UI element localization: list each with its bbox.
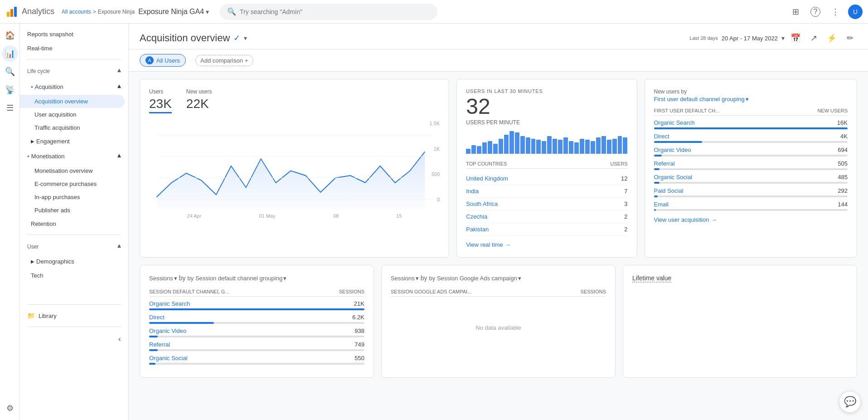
nav-monetisation-header[interactable]: ● Monetisation ▾ xyxy=(20,148,128,164)
new-users-organic-social-link[interactable]: Organic Social xyxy=(654,174,693,181)
new-users-direct-link[interactable]: Direct xyxy=(654,133,669,140)
nav-ecommerce-purchases[interactable]: E-commerce purchases xyxy=(20,177,125,190)
nav-divider-3 xyxy=(27,304,121,305)
new-users-email-bar xyxy=(654,209,656,211)
nav-lifecycle-label: Life cycle xyxy=(27,68,50,74)
account-selector[interactable]: Exposure Ninja GA4 ▾ xyxy=(138,8,209,16)
compare-button[interactable]: 📅 xyxy=(788,31,803,45)
sidebar-icon-configure[interactable]: ☰ xyxy=(2,100,18,116)
metric-new-users[interactable]: New users 22K xyxy=(186,88,212,113)
sessions-organic-video-value: 938 xyxy=(354,327,364,334)
new-users-email-link[interactable]: Email xyxy=(654,201,669,208)
svg-rect-2 xyxy=(14,7,17,17)
nav-publisher-ads[interactable]: Publisher ads xyxy=(20,204,125,217)
edit-button[interactable]: ✏ xyxy=(843,31,857,45)
sidebar-icon-advertising[interactable]: 📡 xyxy=(2,82,18,98)
sessions-ads-table-header: SESSION GOOGLE ADS CAMPAI... SESSIONS xyxy=(391,289,606,297)
user-avatar[interactable]: U xyxy=(848,5,863,19)
nav-acquisition-overview[interactable]: Acquisition overview xyxy=(20,95,125,108)
insights-button[interactable]: ⚡ xyxy=(824,31,839,45)
country-sa-link[interactable]: South Africa xyxy=(466,200,498,207)
sessions-direct-bar xyxy=(149,322,214,324)
title-dropdown-icon[interactable]: ▾ xyxy=(244,34,247,42)
sessions-ads-campaign-dropdown-icon: ▾ xyxy=(518,275,521,282)
mini-bar-21 xyxy=(580,139,584,154)
sidebar-icon-explore[interactable]: 🔍 xyxy=(2,63,18,80)
mini-bar-0 xyxy=(466,149,470,154)
date-label: Last 28 days xyxy=(689,35,718,41)
sessions-channel-sessions-link[interactable]: Sessions ▾ xyxy=(149,275,177,282)
nav-publisher-ads-label: Publisher ads xyxy=(34,207,70,214)
nav-lifecycle-header[interactable]: Life cycle ▾ xyxy=(20,63,128,79)
metric-users[interactable]: Users 23K xyxy=(149,88,172,113)
y-label-2: 500 xyxy=(430,171,440,177)
search-bar[interactable]: 🔍 xyxy=(220,4,437,20)
new-users-organic-search-link[interactable]: Organic Search xyxy=(654,119,695,126)
lifetime-title[interactable]: Lifetime value xyxy=(632,274,671,283)
new-users-channel-link[interactable]: First user default channel grouping ▾ xyxy=(654,96,848,103)
nav-acquisition-header[interactable]: ● Acquisition ▾ xyxy=(20,79,128,95)
chart-metrics: Users 23K New users 22K xyxy=(149,88,440,113)
new-users-paid-social-link[interactable]: Paid Social xyxy=(654,187,684,194)
sidebar-icon-settings[interactable]: ⚙ xyxy=(2,400,18,416)
svg-rect-0 xyxy=(7,12,10,17)
nav-traffic-acquisition[interactable]: Traffic acquisition xyxy=(20,121,125,134)
country-india-link[interactable]: India xyxy=(466,188,479,195)
sessions-ads-sessions-link[interactable]: Sessions ▾ xyxy=(391,275,419,282)
countries-table: TOP COUNTRIES USERS United Kingdom 12 In… xyxy=(466,161,627,236)
sessions-organic-social-link[interactable]: Organic Social xyxy=(149,355,188,361)
country-pakistan-link[interactable]: Pakistan xyxy=(466,226,489,233)
nav-real-time[interactable]: Real-time xyxy=(20,41,125,55)
sidebar-icon-reports[interactable]: 📊 xyxy=(2,45,18,62)
nav-monetisation-overview[interactable]: Monetisation overview xyxy=(20,164,125,177)
search-input[interactable] xyxy=(240,8,430,15)
apps-grid-button[interactable]: ⊞ xyxy=(788,5,803,19)
nav-library[interactable]: 📁 Library xyxy=(20,308,125,323)
y-label-1: 1K xyxy=(430,146,440,151)
sessions-organic-search-value: 21K xyxy=(354,300,364,307)
sessions-organic-search-link[interactable]: Organic Search xyxy=(149,300,190,307)
sessions-organic-video-link[interactable]: Organic Video xyxy=(149,327,186,334)
add-comparison-button[interactable]: Add comparison + xyxy=(195,55,253,66)
sessions-ads-by: by xyxy=(421,274,427,282)
country-czechia-link[interactable]: Czechia xyxy=(466,213,487,220)
nav-inapp-purchases[interactable]: In-app purchases xyxy=(20,190,125,204)
new-users-chevron-icon: ▾ xyxy=(746,96,749,103)
nav-user-section-header[interactable]: User ▾ xyxy=(20,239,128,254)
sessions-referral-link[interactable]: Referral xyxy=(149,341,170,348)
nav-collapse-button[interactable]: ‹ xyxy=(20,331,128,347)
view-user-acquisition-link[interactable]: View user acquisition → xyxy=(654,216,848,223)
nav-demographics-header[interactable]: ▶ Demographics xyxy=(20,254,128,269)
date-range-selector[interactable]: Last 28 days 20 Apr - 17 May 2022 ▾ xyxy=(689,34,785,42)
add-comparison-label: Add comparison xyxy=(200,57,243,64)
nav-retention[interactable]: Retention xyxy=(20,217,125,231)
mini-bar-2 xyxy=(477,146,481,154)
nav-tech[interactable]: Tech xyxy=(20,269,125,283)
sessions-ads-col1-label: SESSION GOOGLE ADS CAMPAI... xyxy=(391,289,471,294)
nav-sidebar: Reports snapshot Real-time Life cycle ▾ … xyxy=(20,24,129,420)
all-users-chip[interactable]: A All Users xyxy=(140,54,186,67)
new-users-direct-bar xyxy=(654,141,703,143)
view-realtime-link[interactable]: View real time → xyxy=(466,241,627,248)
sessions-direct-link[interactable]: Direct xyxy=(149,314,165,321)
country-uk-link[interactable]: United Kingdom xyxy=(466,175,508,182)
more-options-button[interactable]: ⋮ xyxy=(828,5,843,19)
top-cards-row: Users 23K New users 22K xyxy=(140,79,857,258)
nav-engagement-header[interactable]: ▶ Engagement xyxy=(20,134,128,148)
country-india-count: 7 xyxy=(624,188,627,195)
share-button[interactable]: ↗ xyxy=(806,31,821,45)
breadcrumb: All accounts > Exposure Ninja xyxy=(62,9,135,15)
sessions-ads-campaign-link[interactable]: by Session Google Ads campaign ▾ xyxy=(429,275,521,282)
mini-bar-19 xyxy=(569,141,573,154)
breadcrumb-all-accounts[interactable]: All accounts xyxy=(62,9,91,15)
help-button[interactable]: ? xyxy=(808,5,823,19)
new-users-organic-video-link[interactable]: Organic Video xyxy=(654,147,691,153)
nav-user-acquisition[interactable]: User acquisition xyxy=(20,108,125,121)
sidebar-icon-home[interactable]: 🏠 xyxy=(2,27,18,44)
nav-reports-snapshot[interactable]: Reports snapshot xyxy=(20,27,125,41)
mini-bar-6 xyxy=(499,139,503,154)
new-users-referral-link[interactable]: Referral xyxy=(654,160,675,167)
chat-fab-button[interactable]: 💬 xyxy=(839,391,861,413)
sessions-channel-grouping-link[interactable]: by Session default channel grouping ▾ xyxy=(188,275,287,282)
comparison-bar: A All Users · Add comparison + xyxy=(129,49,868,72)
